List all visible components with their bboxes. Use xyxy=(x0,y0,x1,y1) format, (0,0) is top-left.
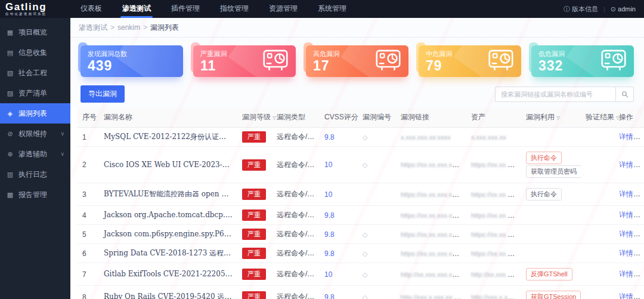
sidebar-item-1[interactable]: ▦项目概览 xyxy=(0,22,70,42)
cve-icon[interactable]: ◇ xyxy=(363,271,367,278)
cell-vuln-name[interactable]: Gitlab ExifTools CVE-2021-22205 远程命令执行漏洞 xyxy=(99,263,237,286)
cell-cve-number xyxy=(358,206,396,225)
severity-badge: 严重 xyxy=(242,248,266,259)
cell-cvss-score[interactable]: 9.8 xyxy=(320,206,358,225)
detail-link[interactable]: 详情 xyxy=(619,132,633,141)
cell-cvss-score[interactable]: 10 xyxy=(320,147,358,183)
cell-verify-result xyxy=(581,244,614,263)
col-header-9[interactable]: 漏洞利用▽ xyxy=(521,107,581,128)
sidebar-item-4[interactable]: ▨资产清单 xyxy=(0,83,70,103)
nav-item-5[interactable]: 资源管理 xyxy=(259,0,308,18)
sidebar-item-2[interactable]: ▤信息收集 xyxy=(0,42,70,63)
exploit-button[interactable]: 获取管理员密码 xyxy=(526,165,581,178)
app-logo: Gatling 自动化渗透测试系统 xyxy=(0,2,70,16)
sidebar-item-8[interactable]: ▥执行日志 xyxy=(0,164,70,184)
topbar: Gatling 自动化渗透测试系统 仪表板渗透测试插件管理指纹管理资源管理系统管… xyxy=(0,0,644,18)
nav-item-2[interactable]: 渗透测试 xyxy=(112,0,161,18)
col-header-5: CVSS评分 xyxy=(320,107,358,128)
user-icon: ⊙ xyxy=(611,5,616,13)
detail-link[interactable]: 详情 xyxy=(619,230,633,238)
breadcrumb-item[interactable]: senkim xyxy=(117,23,140,32)
cve-icon[interactable]: ◇ xyxy=(363,134,367,141)
cell-vuln-name[interactable]: MySQL CVE-2012-2122身份认证绕过漏洞 xyxy=(99,128,237,147)
cell-vuln-name[interactable]: Jackson org.Apache.tomcat.dbcp.dbcp2.dat… xyxy=(99,206,237,225)
detail-link[interactable]: 详情 xyxy=(619,249,633,257)
table-row: 8Ruby On Rails CVE-2019-5420 远程命令执行漏洞严重远… xyxy=(78,286,644,299)
detail-link[interactable]: 详情 xyxy=(619,292,633,299)
cve-icon[interactable]: ◇ xyxy=(363,250,367,257)
detail-link[interactable]: 详情 xyxy=(619,211,633,219)
sidebar-item-icon: ⊕ xyxy=(6,150,14,158)
nav-item-3[interactable]: 插件管理 xyxy=(161,0,210,18)
masked-link-text: https://xx.xx.xxx.xx:xxxx xyxy=(401,231,466,238)
sidebar-item-3[interactable]: ▧社会工程 xyxy=(0,63,70,83)
table-row: 5Jackson com.p6spy.engine.spy.P6DataSour… xyxy=(78,225,644,244)
cve-icon[interactable]: ◇ xyxy=(363,294,367,299)
exploit-button[interactable]: 执行命令 xyxy=(526,188,562,201)
col-header-3[interactable]: 漏洞等级▽ xyxy=(237,107,272,128)
cell-cvss-score[interactable]: 9.8 xyxy=(320,286,358,299)
cell-cvss-score[interactable]: 10 xyxy=(320,263,358,286)
exploit-button[interactable]: 反弹GTShell xyxy=(526,268,572,280)
app-subtitle: 自动化渗透测试系统 xyxy=(5,13,70,16)
sidebar-item-icon: ▩ xyxy=(6,191,14,199)
cell-exploit xyxy=(521,128,581,147)
exploit-button[interactable]: 执行命令 xyxy=(526,152,562,164)
sidebar-item-7[interactable]: ⊕渗透辅助∨ xyxy=(0,144,70,164)
severity-badge: 严重 xyxy=(242,229,266,240)
nav-item-6[interactable]: 系统管理 xyxy=(308,0,357,18)
detail-link[interactable]: 详情 xyxy=(619,270,633,278)
safe-box-icon xyxy=(488,50,513,71)
detail-link[interactable]: 详情 xyxy=(619,161,633,169)
vuln-table-wrap: 序号漏洞名称漏洞等级▽漏洞类型CVSS评分漏洞编号漏洞链接资产漏洞利用▽验证结果… xyxy=(70,107,644,299)
cell-cvss-score[interactable]: 9.8 xyxy=(320,244,358,263)
cell-vuln-name[interactable]: Ruby On Rails CVE-2019-5420 远程命令执行漏洞 xyxy=(99,286,237,299)
stat-card-body: 严重漏洞11 xyxy=(193,45,296,77)
cell-cve-number: ◇ xyxy=(358,128,396,147)
cell-cvss-score[interactable]: 10 xyxy=(320,183,358,206)
version-info-link[interactable]: ⓘ版本信息 xyxy=(564,5,598,14)
user-menu[interactable]: ⊙admin xyxy=(611,5,636,13)
exploit-button[interactable]: 获取GTSession xyxy=(526,291,581,299)
search-input[interactable] xyxy=(495,87,615,102)
cell-vuln-type: 远程命令/代码执行 xyxy=(272,206,320,225)
cve-icon[interactable]: ◇ xyxy=(363,231,367,238)
cell-vuln-link: x.xxx.xxx.xx:xxxx xyxy=(396,128,466,147)
sidebar-item-6[interactable]: ⊘权限维持∨ xyxy=(0,124,70,144)
masked-link-text: https://xx.xx.xxx.xx:xxxx xyxy=(401,212,466,219)
cell-vuln-name[interactable]: Cisco IOS XE Web UI CVE-2023-20198 权限提升漏… xyxy=(99,147,237,183)
cve-icon[interactable]: ◇ xyxy=(363,161,367,168)
cell-asset: https://xx.xx.xxx.xx:xxxx xyxy=(466,206,521,225)
export-vulns-button[interactable]: 导出漏洞 xyxy=(80,85,125,103)
cell-cvss-score[interactable]: 9.8 xyxy=(320,225,358,244)
cell-vuln-name[interactable]: Jackson com.p6spy.engine.spy.P6DataSourc… xyxy=(99,225,237,244)
chevron-down-icon: ∨ xyxy=(60,131,64,137)
detail-link[interactable]: 详情 xyxy=(619,190,633,198)
sidebar-item-label: 资产清单 xyxy=(18,88,47,98)
search-box xyxy=(495,87,634,102)
filter-icon[interactable]: ▽ xyxy=(273,115,276,121)
sidebar-item-9[interactable]: ▩报告管理 xyxy=(0,184,70,205)
cell-vuln-name[interactable]: Spring Data CVE-2018-1273 远程代码执行漏洞 xyxy=(99,244,237,263)
col-header-10[interactable]: 验证结果▽ xyxy=(581,107,614,128)
masked-asset-text: https://xx.xx.xxx.xx:xxxx xyxy=(471,231,521,238)
cell-cvss-score[interactable]: 9.8 xyxy=(320,128,358,147)
safe-box-icon xyxy=(376,50,401,71)
stat-card-3: 高危漏洞17 xyxy=(306,45,408,77)
col-header-11: 操作 xyxy=(614,107,644,128)
cell-vuln-type: 远程命令/代码执行 xyxy=(272,225,320,244)
cell-verify-result xyxy=(581,286,614,299)
cell-vuln-type: 远程命令/代码执行 xyxy=(272,286,320,299)
nav-item-4[interactable]: 指纹管理 xyxy=(210,0,259,18)
breadcrumb-item[interactable]: 渗透测试 xyxy=(79,23,107,32)
cell-asset: http://xx.xxx.xxx.x... xyxy=(466,263,521,286)
nav-item-1[interactable]: 仪表板 xyxy=(70,0,112,18)
filter-icon[interactable]: ▽ xyxy=(556,115,560,121)
search-button[interactable] xyxy=(615,87,634,102)
cell-vuln-name[interactable]: BYTEVALUE智能流控路由器 open 命令执行漏洞 xyxy=(99,183,237,206)
table-row: 2Cisco IOS XE Web UI CVE-2023-20198 权限提升… xyxy=(78,147,644,183)
sidebar-item-5[interactable]: ◈漏洞列表 xyxy=(0,103,70,124)
cell-cve-number xyxy=(358,183,396,206)
cell-verify-result xyxy=(581,147,614,183)
cell-exploit: 执行命令获取管理员密码 xyxy=(521,147,581,183)
